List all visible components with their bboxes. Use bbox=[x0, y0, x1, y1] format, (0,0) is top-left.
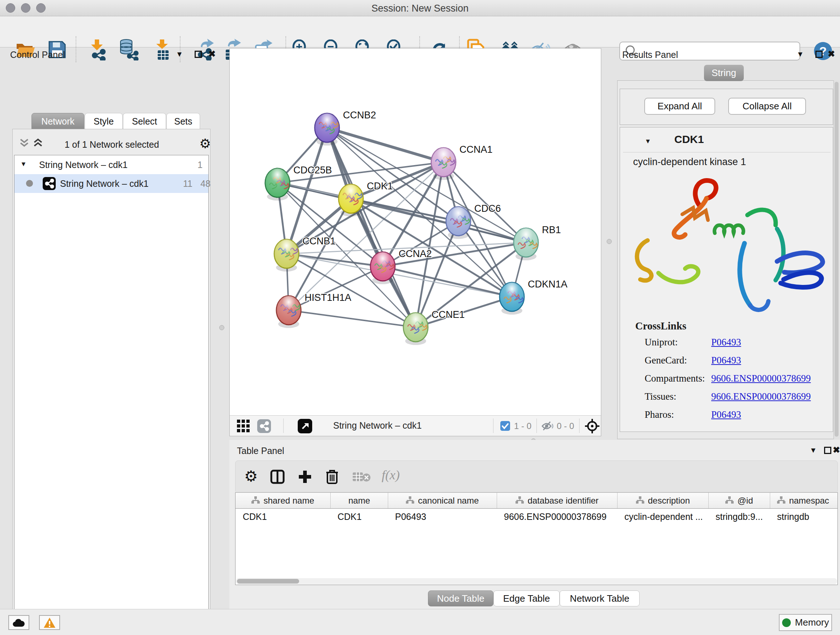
collapse-all-button[interactable]: Collapse All bbox=[728, 98, 806, 115]
column-header-label: canonical name bbox=[418, 496, 478, 506]
column-header-database-identifier[interactable]: database identifier bbox=[497, 493, 617, 508]
delete-column-trash-icon[interactable] bbox=[325, 469, 339, 486]
hidden-count: 0 - 0 bbox=[557, 421, 574, 431]
crosslink-link[interactable]: 9606.ENSP00000378699 bbox=[711, 391, 811, 402]
table-body: CDK1CDK1P064939606.ENSP00000378699cyclin… bbox=[235, 509, 837, 524]
table-hscrollbar[interactable] bbox=[236, 578, 837, 584]
network-view-panel: CCNB2CCNA1CDC25BCDK1CDC6RB1CCNB1CCNA2CDK… bbox=[229, 48, 601, 436]
memory-button[interactable]: Memory bbox=[779, 614, 832, 631]
right-splitter-handle[interactable] bbox=[607, 239, 612, 244]
crosslinks-list: Uniprot:P06493GeneCard:P06493Compartment… bbox=[620, 337, 834, 427]
node-label-CCNA1: CCNA1 bbox=[459, 144, 493, 155]
column-header-name[interactable]: name bbox=[330, 493, 388, 508]
node-label-CDK1: CDK1 bbox=[367, 181, 393, 192]
column-header--id[interactable]: @id bbox=[708, 493, 770, 508]
function-builder-fx-icon[interactable]: f(x) bbox=[382, 467, 400, 483]
node-table: shared namenamecanonical namedatabase id… bbox=[235, 492, 838, 585]
open-in-new-window-icon[interactable] bbox=[298, 419, 312, 435]
tab-edge-table[interactable]: Edge Table bbox=[493, 591, 560, 606]
tab-node-table[interactable]: Node Table bbox=[428, 591, 493, 606]
results-panel: Results Panel ▾ ✖ Expand All Collapse Al… bbox=[617, 48, 840, 439]
show-columns-icon[interactable] bbox=[270, 470, 285, 486]
network-node-CCNA1[interactable]: CCNA1 bbox=[431, 144, 493, 177]
node-label-HIST1H1A: HIST1H1A bbox=[305, 292, 351, 303]
delete-table-icon[interactable] bbox=[353, 472, 371, 485]
network-node-CCNB2[interactable]: CCNB2 bbox=[315, 110, 376, 142]
crosslink-link[interactable]: P06493 bbox=[711, 355, 741, 366]
column-type-hierarchy-icon bbox=[406, 496, 414, 506]
table-panel-float-icon[interactable] bbox=[824, 447, 831, 454]
cloud-status-button[interactable] bbox=[8, 615, 29, 630]
column-header-description[interactable]: description bbox=[617, 493, 708, 508]
table-panel-close-icon[interactable]: ✖ bbox=[833, 445, 840, 455]
network-row[interactable]: String Network – cdk1 11 48 bbox=[14, 174, 208, 193]
results-panel-close-icon[interactable]: ✖ bbox=[828, 49, 835, 59]
table-panel-collapse-icon[interactable]: ▾ bbox=[811, 445, 815, 455]
results-scrollbar-thumb[interactable] bbox=[835, 82, 838, 437]
column-header-label: name bbox=[348, 496, 370, 506]
column-header-canonical-name[interactable]: canonical name bbox=[388, 493, 497, 508]
column-header-label: shared name bbox=[264, 496, 314, 506]
network-node-CDKN1A[interactable]: CDKN1A bbox=[500, 279, 568, 311]
results-panel-float-icon[interactable] bbox=[815, 51, 823, 58]
results-tab-string[interactable]: String bbox=[704, 65, 744, 81]
results-panel-collapse-icon[interactable]: ▾ bbox=[798, 49, 802, 59]
selected-checkbox-icon[interactable] bbox=[500, 421, 510, 432]
table-hscrollbar-thumb[interactable] bbox=[237, 579, 299, 584]
column-header-shared-name[interactable]: shared name bbox=[235, 493, 330, 508]
control-panel-float-icon[interactable] bbox=[195, 51, 202, 58]
network-collection-row[interactable]: ▼ String Network – cdk1 1 bbox=[14, 155, 208, 174]
table-cell: 9606.ENSP00000378699 bbox=[497, 509, 617, 524]
network-canvas[interactable]: CCNB2CCNA1CDC25BCDK1CDC6RB1CCNB1CCNA2CDK… bbox=[230, 49, 601, 415]
network-tab-body: 1 of 1 Network selected ⚙ ▼ String Netwo… bbox=[12, 129, 210, 635]
table-cell: P06493 bbox=[388, 509, 497, 524]
cloud-icon bbox=[12, 618, 25, 627]
birds-eye-crosshair-icon[interactable] bbox=[585, 419, 600, 435]
column-type-hierarchy-icon bbox=[725, 496, 734, 506]
crosslink-row: Pharos:P06493 bbox=[620, 409, 834, 427]
column-header-label: database identifier bbox=[527, 496, 598, 506]
table-row[interactable]: CDK1CDK1P064939606.ENSP00000378699cyclin… bbox=[235, 509, 837, 524]
results-scrollbar[interactable] bbox=[834, 80, 839, 439]
control-panel-close-icon[interactable]: ✖ bbox=[208, 49, 216, 59]
tab-network-table[interactable]: Network Table bbox=[560, 591, 639, 606]
toolbar-separator bbox=[579, 418, 579, 433]
crosslink-label: Uniprot: bbox=[645, 337, 678, 348]
table-cell: CDK1 bbox=[330, 509, 388, 524]
crosslink-row: GeneCard:P06493 bbox=[620, 355, 834, 373]
network-node-count: 11 bbox=[183, 179, 193, 189]
table-settings-gear-icon[interactable]: ⚙ bbox=[244, 469, 258, 484]
title-bar: Session: New Session bbox=[0, 0, 840, 16]
table-cell: CDK1 bbox=[235, 509, 330, 524]
tab-select[interactable]: Select bbox=[123, 113, 166, 130]
collection-expand-triangle-icon[interactable]: ▼ bbox=[20, 160, 27, 168]
protein-structure-image bbox=[625, 171, 828, 316]
network-node-CDC6[interactable]: CDC6 bbox=[446, 203, 501, 236]
tab-network[interactable]: Network bbox=[32, 113, 84, 130]
network-node-RB1[interactable]: RB1 bbox=[514, 225, 561, 257]
warnings-button[interactable] bbox=[39, 615, 60, 630]
network-node-HIST1H1A[interactable]: HIST1H1A bbox=[276, 292, 351, 325]
main-toolbar: ? bbox=[0, 16, 840, 48]
column-header-namespac[interactable]: namespac bbox=[770, 493, 836, 508]
control-panel-title: Control Panel bbox=[10, 50, 65, 60]
crosslink-link[interactable]: 9606.ENSP00000378699 bbox=[711, 373, 811, 384]
control-panel-collapse-icon[interactable]: ▾ bbox=[177, 49, 182, 59]
network-node-CCNE1[interactable]: CCNE1 bbox=[403, 309, 465, 342]
add-column-plus-icon[interactable] bbox=[298, 470, 312, 486]
grid-view-icon[interactable] bbox=[237, 420, 250, 434]
divider bbox=[623, 152, 831, 152]
network-view-share-icon[interactable] bbox=[257, 419, 271, 434]
hidden-eye-icon[interactable] bbox=[542, 421, 554, 433]
expand-all-button[interactable]: Expand All bbox=[644, 98, 715, 115]
crosslink-link[interactable]: P06493 bbox=[711, 409, 741, 420]
node-label-CCNA2: CCNA2 bbox=[399, 249, 432, 259]
network-options-gear-icon[interactable]: ⚙ bbox=[199, 137, 211, 150]
crosslink-label: GeneCard: bbox=[645, 355, 687, 366]
left-splitter-handle[interactable] bbox=[219, 325, 224, 330]
crosslink-link[interactable]: P06493 bbox=[711, 337, 741, 348]
table-cell: stringdb:9... bbox=[708, 509, 770, 524]
tab-sets[interactable]: Sets bbox=[166, 113, 200, 130]
tab-style[interactable]: Style bbox=[85, 113, 123, 130]
gene-collapse-triangle-icon[interactable]: ▼ bbox=[645, 138, 651, 145]
